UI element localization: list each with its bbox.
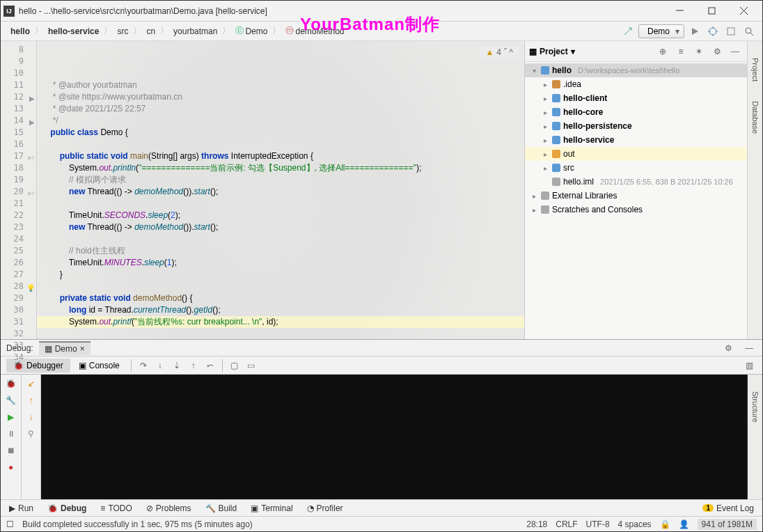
evaluate-icon[interactable]: ▭ [244,358,259,373]
breakpoints-icon[interactable]: ● [8,462,13,472]
tool-todo[interactable]: ≡ TODO [97,502,134,515]
tree-item[interactable]: hello.iml2021/1/25 6:55, 838 B 2021/1/25… [525,175,747,189]
stop-icon[interactable]: ⏹ [7,446,15,455]
collapse-icon[interactable]: ✶ [691,44,707,59]
crumb-pkg2[interactable]: yourbatman [169,25,221,38]
svg-point-3 [746,28,751,33]
debug-frames-toolbar: ↙ ↑ ↓ ⚲ [22,375,41,499]
modify-icon[interactable]: 🔧 [6,396,16,405]
crumb-src[interactable]: src [113,25,132,38]
tool-debug[interactable]: 🐞 Debug [45,502,89,515]
file-encoding[interactable]: UTF-8 [586,519,610,529]
right-tool-rail: Project Database [747,41,762,339]
tree-item[interactable]: ▸.idea [525,77,747,91]
editor-gutter[interactable]: 89101112▶1314▶151617»↑181920»↑2122232425… [1,41,37,339]
debug-right-rail: Structure [747,375,762,499]
tool-profiler[interactable]: ◔ Profiler [304,502,346,515]
crumb-class[interactable]: ⓒ Demo [231,24,272,38]
navigation-bar: hello〉 hello-service〉 src〉 cn〉 yourbatma… [1,22,762,41]
console-output[interactable] [41,375,747,499]
hide-icon[interactable]: — [727,44,743,59]
crumb-module[interactable]: hello-service [44,25,103,38]
tool-event-log[interactable]: 1 Event Log [700,502,757,515]
debug-side-toolbar: 🐞 🔧 ▶ ⏸ ⏹ ● [1,375,22,499]
project-tree[interactable]: ▾helloD:\workspaces-work\test\hello▸.ide… [525,62,747,339]
step-into-icon[interactable]: ↓ [152,358,168,373]
resume-icon[interactable]: ▶ [8,412,14,422]
bottom-tool-strip: ▶ Run 🐞 Debug ≡ TODO ⊘ Problems 🔨 Build … [1,499,762,516]
settings-icon[interactable]: ⚙ [709,44,725,59]
tool-terminal[interactable]: ▣ Terminal [248,502,295,515]
rerun-icon[interactable]: 🐞 [6,379,16,389]
maximize-button[interactable] [695,1,727,22]
debug-button[interactable] [705,24,721,39]
crumb-method[interactable]: ⓜ demoMethod [281,24,348,38]
prev-frame-icon[interactable]: ↙ [28,379,35,389]
tool-problems[interactable]: ⊘ Problems [143,502,194,515]
run-to-cursor-icon[interactable]: ▢ [227,358,242,373]
inspection-widget[interactable]: ▲4ˇ ^ [480,45,519,60]
editor[interactable]: 89101112▶1314▶151617»↑181920»↑2122232425… [1,41,524,339]
close-button[interactable] [727,1,760,22]
tree-item[interactable]: ▸hello-core [525,105,747,119]
tool-build[interactable]: 🔨 Build [203,502,240,515]
search-button[interactable] [741,24,757,39]
svg-rect-2 [727,28,734,35]
tree-item[interactable]: ▸hello-persistence [525,119,747,133]
status-icon[interactable]: ☐ [6,519,14,529]
status-bar: ☐ Build completed successfully in 1 sec,… [1,516,762,531]
readonly-icon[interactable]: 🔒 [660,519,670,529]
tree-item[interactable]: ▸hello-service [525,133,747,147]
memory-indicator[interactable]: 941 of 1981M [698,519,757,530]
line-separator[interactable]: CRLF [556,519,577,529]
project-tool-window: ▦ Project ▾ ⊕ ≡ ✶ ⚙ — ▾helloD:\workspace… [524,41,747,339]
tree-item[interactable]: ▸Scratches and Consoles [525,203,747,217]
inspection-icon[interactable]: 👤 [679,519,689,529]
title-bar: IJ hello - ...\hello-service\src\cn\your… [1,1,762,22]
tool-run[interactable]: ▶ Run [6,502,36,515]
project-view-combo[interactable]: ▦ Project ▾ [529,47,575,56]
rail-structure[interactable]: Structure [750,389,761,425]
run-config-combo[interactable]: Demo [638,24,684,38]
build-button[interactable] [620,24,636,39]
rail-project[interactable]: Project [750,55,761,84]
debug-run-tab[interactable]: ▦ Demo × [39,341,91,355]
drop-frame-icon[interactable]: ⤺ [203,358,218,373]
force-step-into-icon[interactable]: ⇣ [169,358,184,373]
run-button[interactable] [687,24,702,39]
rail-database[interactable]: Database [750,98,761,136]
tree-item[interactable]: ▾helloD:\workspaces-work\test\hello [525,63,747,77]
caret-position[interactable]: 28:18 [526,519,547,529]
pause-icon[interactable]: ⏸ [7,429,15,439]
status-message: Build completed successfully in 1 sec, 9… [22,519,253,529]
debug-settings-icon[interactable]: ⚙ [721,341,736,356]
crumb-pkg1[interactable]: cn [142,25,159,38]
filter-frame-icon[interactable]: ⚲ [28,429,34,439]
crumb-project[interactable]: hello [6,25,34,38]
expand-icon[interactable]: ≡ [673,44,689,59]
app-logo-icon: IJ [3,6,15,17]
svg-point-1 [709,28,716,35]
up-frame-icon[interactable]: ↑ [29,396,33,405]
coverage-button[interactable] [723,24,739,39]
svg-rect-0 [709,8,715,14]
layout-icon[interactable]: ▥ [741,358,757,373]
step-over-icon[interactable]: ↷ [136,358,151,373]
window-title: hello - ...\hello-service\src\cn\yourbat… [19,6,663,16]
tree-item[interactable]: ▸hello-client [525,91,747,105]
editor-content[interactable]: ▲4ˇ ^ * @author yourbatman * @site https… [37,41,524,339]
locate-icon[interactable]: ⊕ [655,44,670,59]
tree-item[interactable]: ▸src [525,161,747,175]
minimize-button[interactable] [663,1,695,22]
down-frame-icon[interactable]: ↓ [29,412,33,422]
console-tab[interactable]: ▣ Console [72,359,127,373]
tree-item[interactable]: ▸out [525,147,747,161]
indent-setting[interactable]: 4 spaces [618,519,652,529]
step-out-icon[interactable]: ↑ [186,358,201,373]
tree-item[interactable]: ▸External Libraries [525,189,747,203]
debug-hide-icon[interactable]: — [741,341,757,356]
debug-tool-window: Debug: ▦ Demo × ⚙ — 🐞 Debugger ▣ Console… [1,339,762,499]
